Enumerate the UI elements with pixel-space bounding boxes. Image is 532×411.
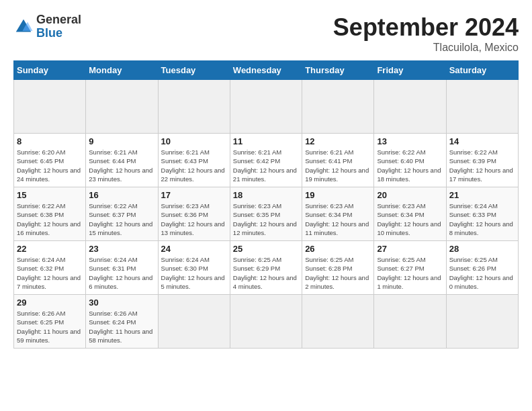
cell-content: Sunrise: 6:22 AMSunset: 6:39 PMDaylight:… (449, 148, 515, 183)
calendar-cell: 30Sunrise: 6:26 AMSunset: 6:24 PMDayligh… (86, 295, 158, 349)
calendar-cell: 26Sunrise: 6:25 AMSunset: 6:28 PMDayligh… (302, 241, 374, 295)
title-block: September 2024 Tlacuilola, Mexico (333, 13, 519, 54)
cell-content: Sunrise: 6:21 AMSunset: 6:42 PMDaylight:… (233, 148, 299, 183)
day-number: 24 (161, 244, 227, 254)
calendar-cell: 24Sunrise: 6:24 AMSunset: 6:30 PMDayligh… (158, 241, 230, 295)
logo-general: General (36, 13, 81, 27)
calendar-cell: 28Sunrise: 6:25 AMSunset: 6:26 PMDayligh… (446, 241, 518, 295)
cell-content: Sunrise: 6:26 AMSunset: 6:24 PMDaylight:… (89, 309, 154, 345)
calendar-table: SundayMondayTuesdayWednesdayThursdayFrid… (13, 60, 519, 349)
location: Tlacuilola, Mexico (333, 42, 519, 54)
day-number: 29 (17, 298, 83, 308)
day-number: 20 (377, 190, 443, 200)
logo-text: General Blue (36, 13, 81, 40)
cell-content: Sunrise: 6:25 AMSunset: 6:26 PMDaylight:… (449, 255, 515, 291)
day-number: 15 (17, 190, 83, 200)
day-number: 23 (89, 244, 154, 254)
logo-icon (13, 17, 34, 37)
calendar-cell (374, 295, 446, 349)
calendar-cell: 23Sunrise: 6:24 AMSunset: 6:31 PMDayligh… (86, 241, 158, 295)
cell-content: Sunrise: 6:23 AMSunset: 6:36 PMDaylight:… (161, 201, 227, 237)
calendar-cell: 11Sunrise: 6:21 AMSunset: 6:42 PMDayligh… (230, 134, 302, 187)
calendar-cell: 17Sunrise: 6:23 AMSunset: 6:36 PMDayligh… (158, 187, 230, 241)
calendar-cell: 15Sunrise: 6:22 AMSunset: 6:38 PMDayligh… (14, 187, 86, 241)
day-number: 16 (89, 190, 154, 200)
cell-content: Sunrise: 6:24 AMSunset: 6:30 PMDaylight:… (161, 255, 227, 291)
calendar-cell (302, 80, 374, 134)
calendar-row: 22Sunrise: 6:24 AMSunset: 6:32 PMDayligh… (14, 241, 519, 295)
header-cell-tuesday: Tuesday (158, 61, 230, 80)
calendar-cell: 9Sunrise: 6:21 AMSunset: 6:44 PMDaylight… (86, 134, 158, 187)
calendar-cell: 22Sunrise: 6:24 AMSunset: 6:32 PMDayligh… (14, 241, 86, 295)
header-cell-sunday: Sunday (14, 61, 86, 80)
cell-content: Sunrise: 6:24 AMSunset: 6:33 PMDaylight:… (449, 201, 515, 237)
logo-blue: Blue (36, 27, 81, 40)
day-number: 22 (17, 244, 83, 254)
day-number: 30 (89, 298, 154, 308)
calendar-cell: 25Sunrise: 6:25 AMSunset: 6:29 PMDayligh… (230, 241, 302, 295)
calendar-cell (230, 80, 302, 134)
calendar-cell: 21Sunrise: 6:24 AMSunset: 6:33 PMDayligh… (446, 187, 518, 241)
calendar-cell: 29Sunrise: 6:26 AMSunset: 6:25 PMDayligh… (14, 295, 86, 349)
calendar-cell (446, 80, 518, 134)
calendar-cell: 18Sunrise: 6:23 AMSunset: 6:35 PMDayligh… (230, 187, 302, 241)
day-number: 19 (305, 190, 371, 200)
cell-content: Sunrise: 6:26 AMSunset: 6:25 PMDaylight:… (17, 309, 83, 345)
cell-content: Sunrise: 6:24 AMSunset: 6:31 PMDaylight:… (89, 255, 154, 291)
calendar-row: 15Sunrise: 6:22 AMSunset: 6:38 PMDayligh… (14, 187, 519, 241)
cell-content: Sunrise: 6:25 AMSunset: 6:28 PMDaylight:… (305, 255, 371, 291)
logo: General Blue (13, 13, 81, 40)
calendar-row: 8Sunrise: 6:20 AMSunset: 6:45 PMDaylight… (14, 134, 519, 187)
cell-content: Sunrise: 6:22 AMSunset: 6:40 PMDaylight:… (377, 148, 443, 183)
day-number: 10 (161, 136, 227, 146)
calendar-cell: 13Sunrise: 6:22 AMSunset: 6:40 PMDayligh… (374, 134, 446, 187)
calendar-cell (158, 295, 230, 349)
header-cell-thursday: Thursday (302, 61, 374, 80)
calendar-cell (374, 80, 446, 134)
calendar-cell (158, 80, 230, 134)
header-cell-wednesday: Wednesday (230, 61, 302, 80)
day-number: 25 (233, 244, 299, 254)
cell-content: Sunrise: 6:22 AMSunset: 6:37 PMDaylight:… (89, 201, 154, 237)
day-number: 27 (377, 244, 443, 254)
header-cell-friday: Friday (374, 61, 446, 80)
calendar-cell: 27Sunrise: 6:25 AMSunset: 6:27 PMDayligh… (374, 241, 446, 295)
cell-content: Sunrise: 6:23 AMSunset: 6:35 PMDaylight:… (233, 201, 299, 237)
calendar-row (14, 80, 519, 134)
cell-content: Sunrise: 6:21 AMSunset: 6:41 PMDaylight:… (305, 148, 371, 183)
calendar-cell: 8Sunrise: 6:20 AMSunset: 6:45 PMDaylight… (14, 134, 86, 187)
header-row: SundayMondayTuesdayWednesdayThursdayFrid… (14, 61, 519, 80)
header-cell-monday: Monday (86, 61, 158, 80)
cell-content: Sunrise: 6:23 AMSunset: 6:34 PMDaylight:… (305, 201, 371, 237)
calendar-cell: 12Sunrise: 6:21 AMSunset: 6:41 PMDayligh… (302, 134, 374, 187)
month-title: September 2024 (333, 13, 519, 42)
cell-content: Sunrise: 6:25 AMSunset: 6:29 PMDaylight:… (233, 255, 299, 291)
day-number: 8 (17, 136, 83, 146)
day-number: 9 (89, 136, 154, 146)
cell-content: Sunrise: 6:21 AMSunset: 6:43 PMDaylight:… (161, 148, 227, 183)
calendar-cell: 20Sunrise: 6:23 AMSunset: 6:34 PMDayligh… (374, 187, 446, 241)
cell-content: Sunrise: 6:21 AMSunset: 6:44 PMDaylight:… (89, 148, 154, 183)
calendar-cell (230, 295, 302, 349)
day-number: 12 (305, 136, 371, 146)
day-number: 26 (305, 244, 371, 254)
calendar-cell (302, 295, 374, 349)
header-cell-saturday: Saturday (446, 61, 518, 80)
cell-content: Sunrise: 6:24 AMSunset: 6:32 PMDaylight:… (17, 255, 83, 291)
day-number: 21 (449, 190, 515, 200)
cell-content: Sunrise: 6:20 AMSunset: 6:45 PMDaylight:… (17, 148, 83, 183)
calendar-cell: 10Sunrise: 6:21 AMSunset: 6:43 PMDayligh… (158, 134, 230, 187)
calendar-cell (86, 80, 158, 134)
calendar-cell (446, 295, 518, 349)
day-number: 28 (449, 244, 515, 254)
cell-content: Sunrise: 6:22 AMSunset: 6:38 PMDaylight:… (17, 201, 83, 237)
calendar-cell (14, 80, 86, 134)
cell-content: Sunrise: 6:23 AMSunset: 6:34 PMDaylight:… (377, 201, 443, 237)
day-number: 14 (449, 136, 515, 146)
day-number: 18 (233, 190, 299, 200)
day-number: 11 (233, 136, 299, 146)
day-number: 17 (161, 190, 227, 200)
calendar-cell: 14Sunrise: 6:22 AMSunset: 6:39 PMDayligh… (446, 134, 518, 187)
calendar-cell: 19Sunrise: 6:23 AMSunset: 6:34 PMDayligh… (302, 187, 374, 241)
calendar-cell: 16Sunrise: 6:22 AMSunset: 6:37 PMDayligh… (86, 187, 158, 241)
